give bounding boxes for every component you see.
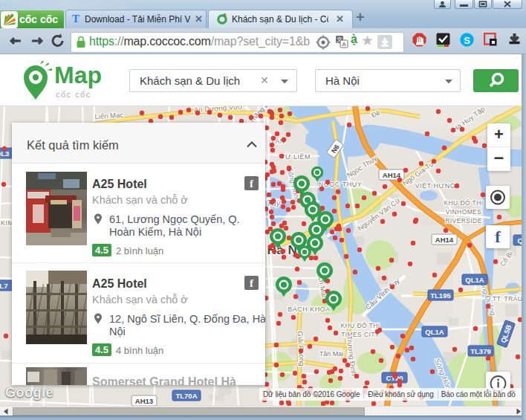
svg-text:VIỆT HƯNG: VIỆT HƯNG: [415, 182, 456, 190]
svg-text:S: S: [464, 35, 470, 46]
svg-text:TL379: TL379: [470, 347, 490, 355]
svg-text:TL7: TL7: [0, 282, 7, 290]
svg-text:QL1A: QL1A: [425, 328, 444, 336]
svg-text:TL195: TL195: [430, 291, 451, 300]
svg-text:VINHOMES: VINHOMES: [446, 208, 482, 216]
svg-text:Tân Mai: Tân Mai: [319, 350, 344, 358]
svg-text:KHU ĐÔ THỊ: KHU ĐÔ THỊ: [341, 322, 380, 329]
svg-text:QL1A: QL1A: [465, 276, 484, 284]
svg-text:AH13: AH13: [135, 397, 153, 405]
svg-text:RIVERSIDE: RIVERSIDE: [445, 217, 481, 224]
svg-text:TL70A: TL70A: [175, 392, 197, 400]
svg-text:AH14: AH14: [383, 171, 401, 179]
svg-text:KHU ĐÔ THỊ: KHU ĐÔ THỊ: [444, 199, 484, 207]
svg-text:TỪ LIÊM: TỪ LIÊM: [281, 153, 311, 161]
svg-text:NGỌC THỤY: NGỌC THỤY: [319, 181, 362, 188]
svg-text:A: A: [342, 41, 346, 48]
svg-text:AH14: AH14: [435, 236, 454, 244]
svg-text:BÁCH KHOA: BÁCH KHOA: [288, 306, 331, 313]
